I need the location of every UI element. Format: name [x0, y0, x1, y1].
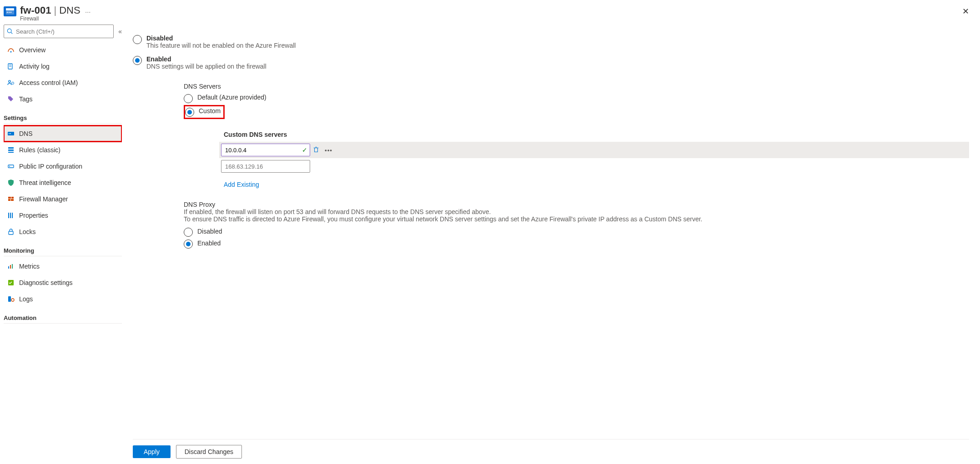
- tags-icon: [7, 95, 15, 103]
- nav-item-metrics[interactable]: Metrics: [4, 258, 122, 274]
- svg-rect-17: [8, 150, 14, 151]
- metrics-icon: [7, 263, 15, 270]
- nav-item-access-control[interactable]: Access control (IAM): [4, 75, 122, 91]
- svg-rect-19: [8, 165, 14, 168]
- nav-item-threat-intel[interactable]: Threat intelligence: [4, 175, 122, 191]
- nav-item-properties[interactable]: Properties: [4, 207, 122, 224]
- delete-server-button[interactable]: [310, 145, 322, 156]
- radio-icon[interactable]: [185, 108, 194, 117]
- nav-label: Access control (IAM): [19, 79, 78, 86]
- shield-icon: [7, 179, 15, 186]
- nav-label: Tags: [19, 95, 33, 103]
- rules-icon: [7, 146, 15, 154]
- blade-header: fw-001 | DNS … Firewall ✕: [0, 0, 980, 25]
- nav-label: Metrics: [19, 263, 40, 270]
- dns-servers-label: DNS Servers: [184, 83, 969, 90]
- svg-rect-28: [9, 231, 13, 234]
- nav-section-automation: Automation: [4, 307, 122, 324]
- nav-item-activity-log[interactable]: Activity log: [4, 58, 122, 75]
- firewall-icon: [4, 6, 16, 16]
- sidebar: « Overview Activity log Access control (…: [0, 25, 122, 464]
- firewall-manager-icon: [7, 195, 15, 203]
- svg-rect-16: [8, 147, 14, 149]
- dns-icon: [7, 130, 15, 137]
- svg-rect-18: [8, 152, 14, 153]
- dns-servers-default-option[interactable]: Default (Azure provided): [184, 93, 969, 104]
- radio-icon[interactable]: [133, 56, 142, 65]
- svg-point-2: [7, 12, 8, 13]
- dns-disabled-option[interactable]: Disabled This feature will not be enable…: [133, 34, 969, 50]
- resource-type-label: Firewall: [20, 15, 92, 22]
- option-label: Custom: [199, 107, 221, 115]
- svg-rect-21: [8, 197, 11, 199]
- dns-enabled-option[interactable]: Enabled DNS settings will be applied on …: [133, 55, 969, 71]
- logs-icon: [7, 295, 15, 303]
- dns-proxy-enabled-option[interactable]: Enabled: [184, 238, 969, 250]
- nav-label: Rules (classic): [19, 146, 60, 154]
- search-input[interactable]: [16, 28, 111, 35]
- search-box[interactable]: [4, 25, 114, 38]
- svg-rect-26: [10, 213, 11, 218]
- nav-label: Diagnostic settings: [19, 279, 73, 286]
- option-description: This feature will not be enabled on the …: [146, 42, 296, 49]
- svg-point-3: [9, 12, 10, 13]
- svg-point-34: [11, 299, 14, 301]
- page-title: DNS: [59, 5, 80, 16]
- properties-icon: [7, 212, 15, 219]
- radio-icon[interactable]: [184, 228, 193, 237]
- dns-servers-custom-option[interactable]: Custom: [185, 106, 221, 118]
- trash-icon: [313, 146, 319, 153]
- nav-item-rules[interactable]: Rules (classic): [4, 142, 122, 158]
- svg-point-7: [10, 51, 12, 53]
- svg-rect-24: [11, 199, 14, 201]
- svg-point-5: [7, 29, 11, 33]
- collapse-sidebar-button[interactable]: «: [118, 28, 122, 35]
- dns-proxy-desc-1: If enabled, the firewall will listen on …: [184, 208, 969, 215]
- dns-server-row-1: ✓ •••: [219, 142, 969, 158]
- svg-point-20: [9, 166, 10, 167]
- iam-icon: [7, 79, 15, 86]
- radio-icon[interactable]: [133, 35, 142, 44]
- footer-bar: Apply Discard Changes: [133, 439, 969, 464]
- dns-proxy-disabled-option[interactable]: Disabled: [184, 226, 969, 238]
- svg-rect-22: [11, 197, 14, 199]
- nav-item-dns[interactable]: DNS: [4, 125, 122, 142]
- option-label: Default (Azure provided): [197, 94, 266, 101]
- radio-icon[interactable]: [184, 239, 193, 249]
- main-content: Disabled This feature will not be enable…: [122, 25, 980, 464]
- svg-point-14: [9, 133, 10, 134]
- title-more-button[interactable]: …: [85, 7, 92, 14]
- discard-button[interactable]: Discard Changes: [176, 445, 242, 459]
- nav-item-diagnostic[interactable]: Diagnostic settings: [4, 274, 122, 291]
- dns-server-input-2[interactable]: [221, 160, 310, 173]
- dns-server-input-1[interactable]: [221, 144, 310, 156]
- apply-button[interactable]: Apply: [133, 445, 171, 458]
- check-icon: ✓: [302, 146, 307, 154]
- nav-item-overview[interactable]: Overview: [4, 42, 122, 58]
- nav-section-settings: Settings: [4, 107, 122, 124]
- dns-proxy-label: DNS Proxy: [184, 201, 969, 208]
- svg-rect-27: [12, 213, 13, 218]
- nav-item-public-ip[interactable]: Public IP configuration: [4, 158, 122, 175]
- option-title: Disabled: [146, 35, 296, 42]
- title-separator: |: [54, 5, 56, 16]
- activity-log-icon: [7, 63, 15, 70]
- nav-label: Firewall Manager: [19, 195, 68, 203]
- nav-label: Logs: [19, 295, 33, 303]
- nav-item-tags[interactable]: Tags: [4, 91, 122, 107]
- overview-icon: [7, 46, 15, 54]
- svg-rect-23: [8, 199, 10, 201]
- dns-server-row-2: [219, 158, 969, 175]
- lock-icon: [7, 228, 15, 235]
- server-more-button[interactable]: •••: [322, 145, 335, 155]
- add-existing-link[interactable]: Add Existing: [224, 181, 259, 188]
- nav-item-logs[interactable]: Logs: [4, 291, 122, 307]
- option-label: Disabled: [197, 228, 222, 235]
- radio-icon[interactable]: [184, 94, 193, 103]
- close-button[interactable]: ✕: [959, 5, 973, 18]
- public-ip-icon: [7, 163, 15, 170]
- svg-rect-35: [315, 148, 318, 152]
- svg-point-12: [12, 82, 14, 85]
- nav-item-firewall-manager[interactable]: Firewall Manager: [4, 191, 122, 207]
- nav-item-locks[interactable]: Locks: [4, 224, 122, 240]
